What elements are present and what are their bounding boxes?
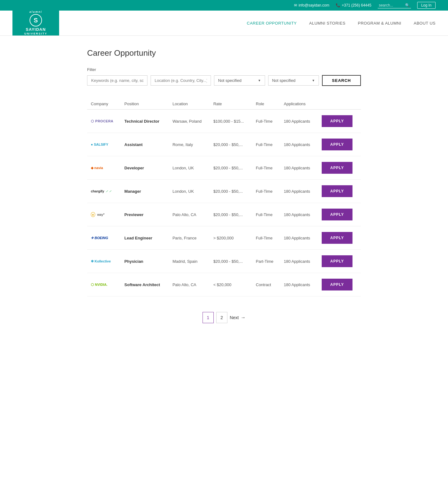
role-cell: Full-Time	[252, 110, 280, 133]
apply-button[interactable]: APPLY	[322, 279, 353, 290]
email-icon: ✉	[294, 3, 297, 7]
table-row: chargify ⟋⟋ Manager London, UK $20,000 -…	[87, 180, 361, 203]
university-subtitle: UNIVERSITY	[24, 32, 47, 36]
table-header-row: Company Position Location Rate Role Appl…	[87, 98, 361, 110]
email-address: info@sayidan.com	[299, 3, 329, 7]
rate-cell: $20,000 - $50,...	[210, 180, 252, 203]
rate-cell: $20,000 - $50,...	[210, 203, 252, 226]
applications-cell: 180 Applicants	[280, 180, 318, 203]
apply-button[interactable]: APPLY	[322, 162, 353, 174]
position-cell: Assistant	[121, 133, 169, 156]
university-name: SAYIDAN	[24, 27, 47, 32]
role-select-label: Not specified	[272, 78, 296, 83]
col-applications: Applications	[280, 98, 318, 110]
applications-cell: 180 Applicants	[280, 133, 318, 156]
next-label: Next	[230, 315, 239, 320]
arrow-right-icon: →	[240, 315, 245, 320]
table-row: ✈ BOEING Lead Engineer Paris, France > $…	[87, 226, 361, 250]
apply-cell: APPLY	[318, 180, 361, 203]
apply-button[interactable]: APPLY	[322, 209, 353, 220]
company-cell: ◆ navia	[87, 156, 121, 180]
rate-cell: $20,000 - $50,...	[210, 250, 252, 273]
rate-select[interactable]: Not specified ▼	[214, 75, 265, 86]
table-row: ◆ navia Developer London, UK $20,000 - $…	[87, 156, 361, 180]
position-name: Manager	[124, 189, 141, 194]
nav-program-alumni[interactable]: PROGRAM & ALUMNI	[358, 12, 401, 34]
company-cell: ⬡ NVIDIA.	[87, 273, 121, 296]
location-cell: Palo Alto, CA	[169, 203, 209, 226]
apply-cell: APPLY	[318, 133, 361, 156]
page-1-button[interactable]: 1	[203, 312, 214, 323]
page-title: Career Opportunity	[87, 48, 361, 58]
apply-button[interactable]: APPLY	[322, 115, 353, 127]
chevron-down-icon-2: ▼	[312, 79, 315, 82]
page-2-button[interactable]: 2	[216, 312, 227, 323]
pagination: 1 2 Next →	[87, 312, 361, 323]
col-company: Company	[87, 98, 121, 110]
location-input[interactable]	[151, 75, 211, 86]
role-cell: Full-Time	[252, 203, 280, 226]
search-button[interactable]: SEARCH	[322, 75, 361, 86]
keywords-input[interactable]	[87, 75, 147, 86]
top-bar: ✉ info@sayidan.com 📞 +371 (256) 64445 🔍 …	[0, 0, 448, 11]
col-location: Location	[169, 98, 209, 110]
nav-career-opportunity[interactable]: CAREER OPPORTUNITY	[247, 12, 296, 34]
login-button[interactable]: Log In	[417, 2, 436, 9]
jobs-table: Company Position Location Rate Role Appl…	[87, 98, 361, 296]
role-cell: Full-Time	[252, 226, 280, 250]
rate-cell: $20,000 - $50,...	[210, 133, 252, 156]
applications-cell: 180 Applicants	[280, 110, 318, 133]
col-role: Role	[252, 98, 280, 110]
phone-bar: 📞 +371 (256) 64445	[336, 3, 371, 7]
location-cell: London, UK	[169, 180, 209, 203]
position-cell: Developer	[121, 156, 169, 180]
page-content: Career Opportunity Filter Not specified …	[62, 36, 386, 336]
next-button[interactable]: Next →	[230, 315, 246, 320]
location-cell: Madrid, Spain	[169, 250, 209, 273]
applications-cell: 180 Applicants	[280, 156, 318, 180]
company-cell: chargify ⟋⟋	[87, 180, 121, 203]
role-cell: Part-Time	[252, 250, 280, 273]
table-row: ⬡ NVIDIA. Software Architect Palo Alto, …	[87, 273, 361, 296]
location-cell: Rome, Italy	[169, 133, 209, 156]
col-rate: Rate	[210, 98, 252, 110]
search-input[interactable]	[379, 3, 404, 7]
role-cell: Full-Time	[252, 133, 280, 156]
email-bar: ✉ info@sayidan.com	[294, 3, 329, 7]
apply-cell: APPLY	[318, 226, 361, 250]
applications-cell: 180 Applicants	[280, 226, 318, 250]
position-cell: Manager	[121, 180, 169, 203]
role-select[interactable]: Not specified ▼	[268, 75, 319, 86]
apply-cell: APPLY	[318, 110, 361, 133]
filter-row: Not specified ▼ Not specified ▼ SEARCH	[87, 75, 361, 86]
apply-button[interactable]: APPLY	[322, 185, 353, 197]
nav-about-us[interactable]: ABOUT US	[414, 12, 436, 34]
apply-button[interactable]: APPLY	[322, 139, 353, 150]
role-cell: Contract	[252, 273, 280, 296]
apply-cell: APPLY	[318, 273, 361, 296]
nav-alumni-stories[interactable]: ALUMNI STORIES	[309, 12, 346, 34]
apply-cell: APPLY	[318, 203, 361, 226]
search-bar[interactable]: 🔍	[378, 2, 411, 8]
alumni-text: alumni	[24, 10, 47, 14]
table-row: ● SALSIFY Assistant Rome, Italy $20,000 …	[87, 133, 361, 156]
position-name: Developer	[124, 166, 144, 170]
col-action	[318, 98, 361, 110]
role-cell: Full-Time	[252, 180, 280, 203]
applications-cell: 180 Applicants	[280, 273, 318, 296]
apply-button[interactable]: APPLY	[322, 255, 353, 267]
location-cell: Warsaw, Poland	[169, 110, 209, 133]
rate-cell: > $200,000	[210, 226, 252, 250]
logo-letter: S	[30, 14, 42, 26]
role-cell: Full-Time	[252, 156, 280, 180]
apply-cell: APPLY	[318, 250, 361, 273]
search-icon: 🔍	[405, 3, 410, 7]
position-cell: Previewer	[121, 203, 169, 226]
apply-button[interactable]: APPLY	[322, 232, 353, 244]
rate-cell: $100,000 - $15...	[210, 110, 252, 133]
position-name: Assistant	[124, 142, 143, 147]
logo: alumni S SAYIDAN UNIVERSITY	[12, 11, 59, 35]
table-row: ⬡ PROCERA Technical Director Warsaw, Pol…	[87, 110, 361, 133]
apply-cell: APPLY	[318, 156, 361, 180]
filter-section: Filter Not specified ▼ Not specified ▼ S…	[87, 67, 361, 86]
